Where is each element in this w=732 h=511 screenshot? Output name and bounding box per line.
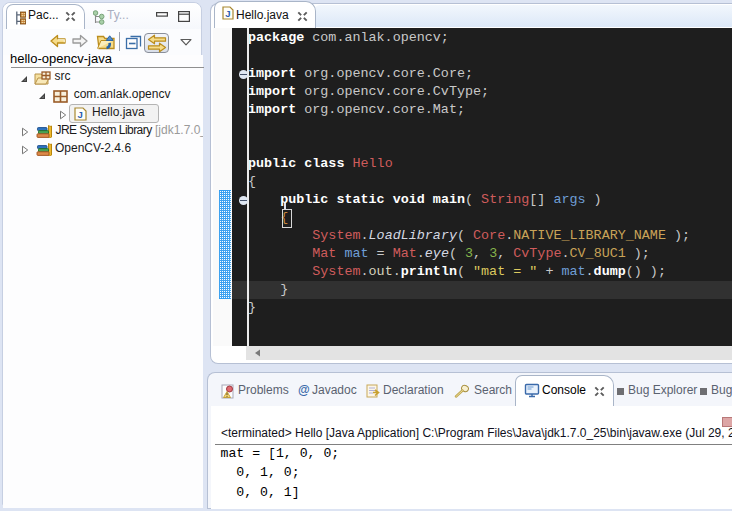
svg-text:J: J [225,8,230,19]
svg-text:J: J [77,108,82,119]
